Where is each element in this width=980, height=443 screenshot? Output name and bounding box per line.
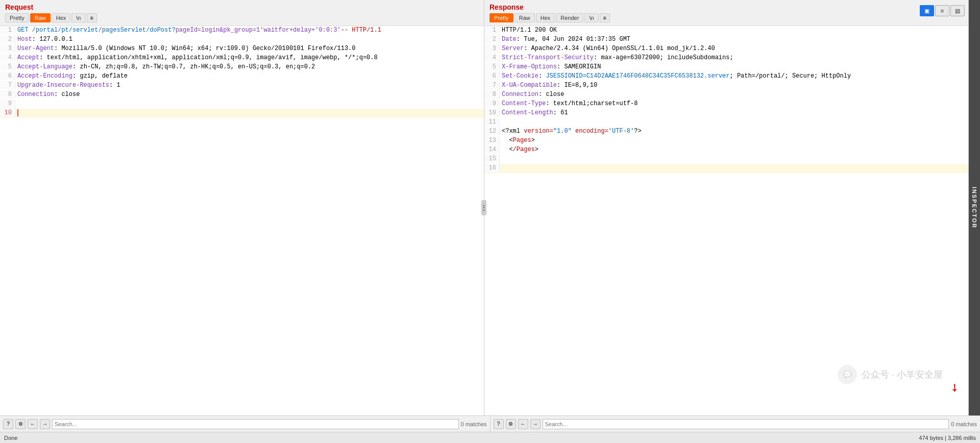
response-line-10: 10 Content-Length: 61	[484, 109, 968, 118]
panels: Request Pretty Raw Hex \n ≡ 1 GET /porta…	[0, 0, 969, 415]
request-match-count: 0 matches	[461, 421, 487, 427]
request-line-8: 8 Connection: close	[0, 90, 484, 100]
response-line-6: 6 Set-Cookie: JSESSIONID=C14D2AAE1746F06…	[484, 72, 968, 81]
response-settings-btn[interactable]: ⚙	[506, 419, 516, 429]
view-toggle-list[interactable]: ≡	[935, 5, 949, 16]
response-search-panel: ? ⚙ ← → 0 matches	[491, 416, 981, 432]
request-toolbar: Pretty Raw Hex \n ≡	[5, 13, 479, 22]
response-line-13: 13 <Pages>	[484, 136, 968, 145]
response-line-7: 7 X-UA-Compatible: IE=8,9,10	[484, 81, 968, 90]
response-line-9: 9 Content-Type: text/html;charset=utf-8	[484, 100, 968, 109]
request-line-9: 9	[0, 100, 484, 109]
bottom-bar: ? ⚙ ← → 0 matches ? ⚙ ← → 0 matches	[0, 415, 980, 432]
response-line-8: 8 Connection: close	[484, 90, 968, 100]
response-line-14: 14 </Pages>	[484, 145, 968, 155]
response-back-btn[interactable]: ←	[518, 419, 528, 429]
response-line-16: 16	[484, 164, 968, 173]
request-panel: Request Pretty Raw Hex \n ≡ 1 GET /porta…	[0, 0, 484, 415]
request-menu-btn[interactable]: ≡	[87, 13, 97, 22]
response-newline-btn[interactable]: \n	[584, 13, 598, 22]
response-line-11: 11	[484, 118, 968, 127]
request-help-btn[interactable]: ?	[3, 419, 13, 429]
response-pretty-btn[interactable]: Pretty	[489, 13, 513, 22]
inspector-toggle-group: ▣ ≡ ▤	[920, 5, 965, 16]
status-bar: Done 474 bytes | 3,286 millis	[0, 432, 980, 443]
request-panel-header: Request Pretty Raw Hex \n ≡	[0, 0, 484, 26]
response-panel-header: Response Pretty Raw Hex Render \n ≡	[484, 0, 968, 26]
response-line-15: 15	[484, 155, 968, 164]
panel-divider[interactable]: ⋮	[481, 200, 486, 215]
request-line-7: 7 Upgrade-Insecure-Requests: 1	[0, 81, 484, 90]
response-match-count: 0 matches	[951, 421, 977, 427]
response-menu-btn[interactable]: ≡	[600, 13, 610, 22]
main-container: Request Pretty Raw Hex \n ≡ 1 GET /porta…	[0, 0, 980, 415]
response-line-2: 2 Date: Tue, 04 Jun 2024 01:37:35 GMT	[484, 35, 968, 44]
request-title: Request	[5, 3, 479, 11]
view-toggle-split[interactable]: ▣	[920, 5, 934, 16]
view-toggle-grid[interactable]: ▤	[950, 5, 965, 16]
request-line-10: 10	[0, 109, 484, 118]
response-render-btn[interactable]: Render	[556, 13, 583, 22]
response-line-3: 3 Server: Apache/2.4.34 (Win64) OpenSSL/…	[484, 44, 968, 54]
response-search-input[interactable]	[543, 419, 949, 429]
request-line-2: 2 Host: 127.0.0.1	[0, 35, 484, 44]
response-line-1: 1 HTTP/1.1 200 OK	[484, 26, 968, 35]
inspector-side-label: INSPECTOR	[969, 0, 980, 415]
request-settings-btn[interactable]: ⚙	[15, 419, 26, 429]
request-line-5: 5 Accept-Language: zh-CN, zh;q=0.8, zh-T…	[0, 63, 484, 72]
request-code-area: 1 GET /portal/pt/servlet/pagesServlet/do…	[0, 26, 484, 415]
response-forward-btn[interactable]: →	[530, 419, 541, 429]
status-left: Done	[4, 435, 17, 441]
response-panel: Response Pretty Raw Hex Render \n ≡ 1 HT…	[484, 0, 969, 415]
response-toolbar: Pretty Raw Hex Render \n ≡	[489, 13, 963, 22]
response-hex-btn[interactable]: Hex	[536, 13, 555, 22]
status-right: 474 bytes | 3,286 millis	[919, 435, 976, 441]
request-line-3: 3 User-Agent: Mozilla/5.0 (Windows NT 10…	[0, 44, 484, 54]
request-newline-btn[interactable]: \n	[71, 13, 85, 22]
response-code-area: 1 HTTP/1.1 200 OK 2 Date: Tue, 04 Jun 20…	[484, 26, 968, 415]
request-hex-btn[interactable]: Hex	[52, 13, 71, 22]
response-title: Response	[489, 3, 963, 11]
response-line-5: 5 X-Frame-Options: SAMEORIGIN	[484, 63, 968, 72]
request-line-6: 6 Accept-Encoding: gzip, deflate	[0, 72, 484, 81]
request-search-panel: ? ⚙ ← → 0 matches	[0, 416, 491, 432]
request-line-4: 4 Accept: text/html, application/xhtml+x…	[0, 54, 484, 63]
request-pretty-btn[interactable]: Pretty	[5, 13, 29, 22]
request-forward-btn[interactable]: →	[40, 419, 50, 429]
response-help-btn[interactable]: ?	[494, 419, 504, 429]
request-raw-btn[interactable]: Raw	[30, 13, 51, 22]
response-raw-btn[interactable]: Raw	[514, 13, 535, 22]
response-line-12: 12 <?xml version="1.0" encoding='UTF-8'?…	[484, 127, 968, 136]
request-back-btn[interactable]: ←	[28, 419, 38, 429]
request-line-1: 1 GET /portal/pt/servlet/pagesServlet/do…	[0, 26, 484, 35]
request-search-input[interactable]	[52, 419, 459, 429]
response-line-4: 4 Strict-Transport-Security: max-age=630…	[484, 54, 968, 63]
